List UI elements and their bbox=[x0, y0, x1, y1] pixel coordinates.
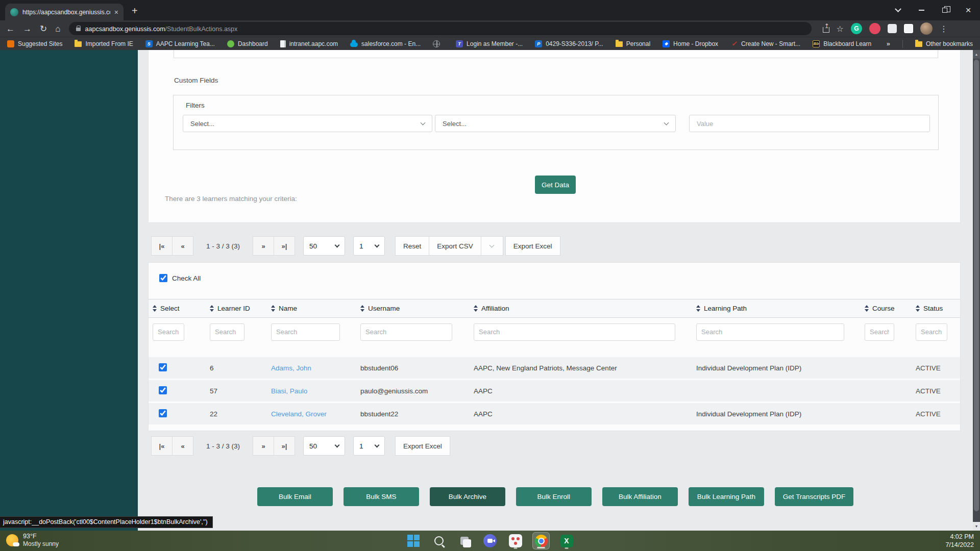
bulk-sms-button[interactable]: Bulk SMS bbox=[344, 487, 419, 506]
sort-icon[interactable] bbox=[916, 305, 920, 312]
bookmarks-overflow-icon[interactable]: » bbox=[887, 40, 890, 47]
bookmark-login-as-member[interactable]: TLogin as Member -... bbox=[456, 40, 523, 47]
get-transcripts-pdf-button[interactable]: Get Transcripts PDF bbox=[775, 487, 853, 506]
reload-icon[interactable]: ↻ bbox=[40, 24, 47, 33]
column-header-select[interactable]: Select bbox=[153, 305, 210, 312]
profile-avatar[interactable] bbox=[920, 22, 933, 35]
bookmark-create-new-smart[interactable]: ✓Create New - Smart... bbox=[730, 40, 800, 47]
browser-tab[interactable]: https://aapcsandbox.geniussis.co × bbox=[5, 4, 124, 20]
filter-operator-select[interactable]: Select... bbox=[435, 115, 676, 132]
search-course-input[interactable] bbox=[865, 323, 894, 341]
bookmark-dashboard[interactable]: Dashboard bbox=[227, 40, 268, 47]
bulk-affiliation-button[interactable]: Bulk Affiliation bbox=[602, 487, 678, 506]
sort-icon[interactable] bbox=[865, 305, 869, 312]
search-affiliation-input[interactable] bbox=[474, 323, 675, 341]
page-number-select[interactable]: 1 bbox=[353, 236, 385, 256]
sort-icon[interactable] bbox=[360, 305, 364, 312]
excel-taskbar-button[interactable]: X bbox=[558, 532, 575, 549]
sort-icon[interactable] bbox=[210, 305, 214, 312]
bookmark-globe[interactable] bbox=[433, 40, 444, 47]
bookmark-imported-from-ie[interactable]: Imported From IE bbox=[75, 40, 133, 47]
column-header-status[interactable]: Status bbox=[916, 305, 960, 312]
cell-name-link[interactable]: Adams, John bbox=[271, 364, 360, 372]
bookmark-0429[interactable]: P0429-S336-2013/ P... bbox=[535, 40, 603, 47]
bookmark-personal[interactable]: Personal bbox=[616, 40, 650, 47]
share-icon[interactable] bbox=[823, 27, 829, 33]
bulk-email-button[interactable]: Bulk Email bbox=[257, 487, 333, 506]
search-learner-id-input[interactable] bbox=[210, 323, 244, 341]
lock-icon[interactable] bbox=[76, 28, 81, 31]
export-csv-dropdown[interactable] bbox=[481, 236, 503, 256]
red-extension-icon[interactable] bbox=[869, 23, 880, 34]
bulk-learning-path-button[interactable]: Bulk Learning Path bbox=[689, 487, 764, 506]
teams-chat-button[interactable] bbox=[481, 532, 499, 549]
page-size-select[interactable]: 50 bbox=[303, 436, 345, 456]
scrollbar-thumb[interactable] bbox=[974, 60, 979, 511]
home-icon[interactable]: ⌂ bbox=[55, 24, 60, 33]
first-page-button[interactable]: |« bbox=[151, 236, 173, 256]
taskbar-clock[interactable]: 4:02 PM 7/14/2022 bbox=[945, 533, 974, 549]
column-header-username[interactable]: Username bbox=[360, 305, 474, 312]
extension-square-icon[interactable] bbox=[904, 24, 913, 33]
search-learning-path-input[interactable] bbox=[696, 323, 844, 341]
bookmark-blackboard[interactable]: BbBlackboard Learn bbox=[813, 40, 871, 47]
sort-icon[interactable] bbox=[153, 305, 157, 312]
bulk-enroll-button[interactable]: Bulk Enroll bbox=[516, 487, 592, 506]
sort-icon[interactable] bbox=[271, 305, 275, 312]
address-bar[interactable]: aapcsandbox.geniussis.com/StudentBulkAct… bbox=[69, 22, 812, 35]
start-button[interactable] bbox=[405, 532, 422, 549]
row-checkbox[interactable] bbox=[159, 409, 167, 417]
export-csv-button[interactable]: Export CSV bbox=[429, 236, 481, 256]
page-size-select[interactable]: 50 bbox=[303, 236, 345, 256]
search-status-input[interactable] bbox=[916, 323, 947, 341]
forward-icon[interactable]: → bbox=[23, 24, 32, 33]
extensions-puzzle-icon[interactable] bbox=[888, 24, 897, 33]
check-all-checkbox[interactable] bbox=[159, 274, 167, 282]
sort-icon[interactable] bbox=[474, 305, 478, 312]
export-excel-button[interactable]: Export Excel bbox=[505, 236, 560, 256]
taskbar-search-button[interactable] bbox=[430, 532, 448, 549]
tab-close-icon[interactable]: × bbox=[114, 8, 118, 16]
pinned-app-button[interactable] bbox=[507, 532, 524, 549]
last-page-button[interactable]: »| bbox=[274, 236, 295, 256]
bookmark-star-icon[interactable]: ☆ bbox=[837, 24, 844, 34]
bookmark-aapc-learning[interactable]: SAAPC Learning Tea... bbox=[145, 40, 215, 47]
next-page-button[interactable]: » bbox=[253, 236, 274, 256]
browser-menu-icon[interactable]: ⋮ bbox=[940, 24, 948, 34]
column-header-learner-id[interactable]: Learner ID bbox=[210, 305, 271, 312]
column-header-name[interactable]: Name bbox=[271, 305, 360, 312]
search-select-input[interactable] bbox=[153, 323, 184, 341]
last-page-button[interactable]: »| bbox=[274, 436, 295, 456]
column-header-affiliation[interactable]: Affiliation bbox=[474, 305, 696, 312]
scroll-down-icon[interactable]: ▼ bbox=[973, 522, 980, 531]
bookmark-salesforce[interactable]: salesforce.com - En... bbox=[350, 40, 421, 47]
minimize-button[interactable] bbox=[910, 2, 933, 19]
page-scrollbar[interactable]: ▲ ▼ bbox=[973, 50, 980, 531]
bookmark-suggested-sites[interactable]: Suggested Sites bbox=[7, 40, 62, 47]
cell-name-link[interactable]: Cleveland, Grover bbox=[271, 410, 360, 418]
bulk-archive-button[interactable]: Bulk Archive bbox=[430, 487, 505, 506]
filter-value-input[interactable] bbox=[689, 115, 930, 132]
prev-page-button[interactable]: « bbox=[172, 236, 193, 256]
bookmark-intranet[interactable]: intranet.aapc.com bbox=[280, 40, 338, 47]
grammarly-extension-icon[interactable]: G bbox=[851, 23, 862, 34]
chrome-taskbar-button[interactable] bbox=[532, 532, 550, 549]
export-excel-button[interactable]: Export Excel bbox=[395, 436, 450, 456]
other-bookmarks-button[interactable]: Other bookmarks bbox=[915, 40, 973, 47]
bookmark-dropbox[interactable]: ◆Home - Dropbox bbox=[663, 40, 718, 47]
tab-search-icon[interactable] bbox=[886, 2, 910, 19]
search-name-input[interactable] bbox=[271, 323, 340, 341]
reset-button[interactable]: Reset bbox=[395, 236, 429, 256]
filter-field-select[interactable]: Select... bbox=[183, 115, 432, 132]
search-username-input[interactable] bbox=[360, 323, 452, 341]
cell-name-link[interactable]: Biasi, Paulo bbox=[271, 387, 360, 395]
column-header-learning-path[interactable]: Learning Path bbox=[696, 305, 865, 312]
prev-page-button[interactable]: « bbox=[172, 436, 193, 456]
scroll-up-icon[interactable]: ▲ bbox=[973, 50, 980, 59]
task-view-button[interactable] bbox=[456, 532, 473, 549]
row-checkbox[interactable] bbox=[159, 363, 167, 371]
close-button[interactable]: × bbox=[957, 2, 980, 19]
new-tab-button[interactable]: + bbox=[132, 6, 138, 16]
next-page-button[interactable]: » bbox=[253, 436, 274, 456]
first-page-button[interactable]: |« bbox=[151, 436, 173, 456]
